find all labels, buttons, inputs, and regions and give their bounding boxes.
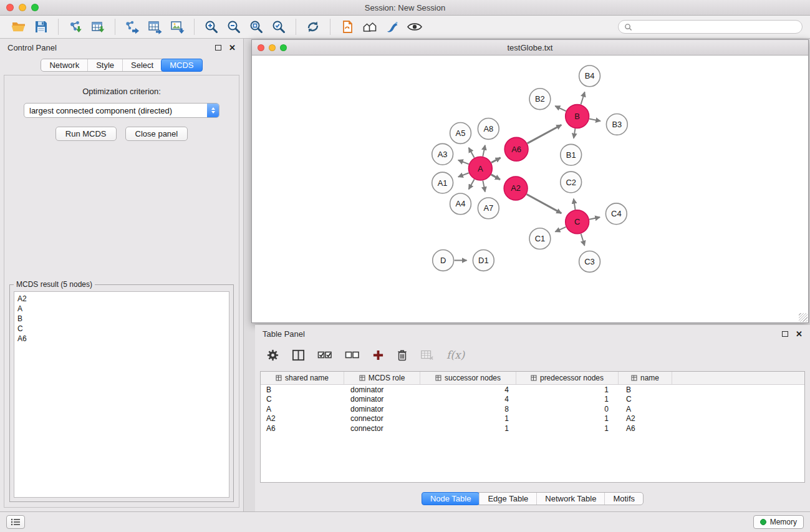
column-header-successor-nodes[interactable]: successor nodes	[420, 372, 516, 384]
graph-edge-B-B4[interactable]	[581, 92, 585, 105]
import-network-button[interactable]	[64, 17, 87, 36]
column-header-predecessor-nodes[interactable]: predecessor nodes	[516, 372, 619, 384]
apply-layout-button[interactable]	[302, 17, 324, 36]
graph-node-A8[interactable]: A8	[478, 118, 499, 140]
zoom-window-button[interactable]	[31, 4, 39, 11]
graph-node-B1[interactable]: B1	[561, 144, 582, 165]
mcds-result-item[interactable]: C	[17, 324, 226, 334]
column-header-mcds-role[interactable]: MCDS role	[344, 372, 420, 384]
graph-node-C4[interactable]: C4	[605, 203, 627, 225]
tab-select[interactable]: Select	[122, 59, 162, 71]
show-hide-button[interactable]	[403, 17, 426, 36]
graph-node-A4[interactable]: A4	[450, 193, 471, 215]
style-brush-button[interactable]	[381, 17, 403, 36]
table-row[interactable]: A6connector11A6	[261, 423, 804, 433]
graph-node-B2[interactable]: B2	[529, 89, 551, 110]
mcds-result-item[interactable]: B	[17, 314, 226, 324]
delete-table-button[interactable]	[420, 349, 434, 361]
close-panel-button[interactable]: Close panel	[125, 127, 188, 141]
mcds-result-item[interactable]: A6	[17, 334, 226, 344]
tab-network[interactable]: Network	[41, 59, 87, 71]
zoom-fit-button[interactable]	[245, 17, 268, 36]
zoom-out-button[interactable]	[223, 17, 245, 36]
table-row[interactable]: Cdominator41C	[261, 395, 804, 405]
mcds-result-item[interactable]: A2	[17, 294, 226, 304]
show-columns-button[interactable]	[292, 349, 305, 362]
export-network-button[interactable]	[121, 17, 143, 36]
criterion-dropdown[interactable]: largest connected component (directed)	[24, 103, 219, 118]
delete-column-button[interactable]	[397, 349, 408, 362]
memory-button[interactable]: Memory	[753, 515, 804, 529]
graph-edge-B-B2[interactable]	[555, 106, 566, 111]
network-zoom-button[interactable]	[280, 44, 287, 51]
close-panel-icon[interactable]: ✕	[229, 44, 236, 52]
graph-edge-A-A5[interactable]	[469, 148, 475, 158]
save-session-button[interactable]	[30, 17, 52, 36]
graph-node-B4[interactable]: B4	[579, 65, 600, 87]
graph-node-A7[interactable]: A7	[478, 198, 499, 219]
tab-edge-table[interactable]: Edge Table	[479, 493, 536, 505]
cybrowser-home-button[interactable]	[359, 17, 381, 36]
graph-node-C1[interactable]: C1	[529, 228, 551, 249]
export-web-page-button[interactable]	[336, 17, 359, 36]
graph-node-D1[interactable]: D1	[473, 250, 494, 271]
graph-edge-A-A4[interactable]	[469, 179, 475, 189]
graph-edge-A-A3[interactable]	[458, 160, 469, 164]
table-row[interactable]: Adominator80A	[261, 404, 804, 414]
graph-node-D[interactable]: D	[433, 250, 454, 271]
graph-node-A2[interactable]: A2	[504, 177, 528, 200]
graph-node-A5[interactable]: A5	[450, 123, 471, 144]
graph-edge-A2-C[interactable]	[527, 195, 562, 213]
float-panel-icon[interactable]	[215, 45, 221, 51]
column-header-name[interactable]: name	[619, 372, 672, 384]
zoom-in-button[interactable]	[200, 17, 223, 36]
graph-edge-A-A6[interactable]	[491, 158, 501, 163]
dropdown-stepper-icon[interactable]	[207, 103, 219, 118]
zoom-selected-button[interactable]	[268, 17, 290, 36]
function-builder-button[interactable]: f(x)	[446, 349, 465, 361]
tab-motifs[interactable]: Motifs	[604, 493, 643, 505]
tab-style[interactable]: Style	[87, 59, 122, 71]
task-history-button[interactable]	[6, 515, 25, 529]
graph-edge-A6-B[interactable]	[528, 125, 562, 143]
export-image-button[interactable]	[166, 17, 188, 36]
export-table-button[interactable]	[143, 17, 166, 36]
network-canvas-svg[interactable]: B4B2BB3B1A5A8A6A3AC2A1A2A4A7C4CC1C3DD1	[252, 56, 808, 322]
graph-node-C2[interactable]: C2	[561, 172, 582, 193]
column-header-shared-name[interactable]: shared name	[261, 372, 344, 384]
tab-node-table[interactable]: Node Table	[422, 492, 480, 505]
graph-node-A1[interactable]: A1	[432, 172, 453, 193]
open-session-button[interactable]	[7, 17, 30, 36]
mcds-result-item[interactable]: A	[17, 304, 226, 314]
import-table-button[interactable]	[87, 17, 109, 36]
tab-network-table[interactable]: Network Table	[536, 493, 604, 505]
run-mcds-button[interactable]: Run MCDS	[55, 127, 117, 141]
graph-edge-C-C3[interactable]	[581, 234, 585, 246]
close-window-button[interactable]	[6, 4, 14, 11]
window-resize-grip[interactable]	[799, 313, 808, 322]
select-all-columns-button[interactable]	[317, 349, 332, 360]
graph-edge-A-A8[interactable]	[483, 145, 485, 157]
table-settings-button[interactable]	[266, 349, 279, 362]
float-table-panel-icon[interactable]	[782, 331, 788, 337]
graph-edge-A-A1[interactable]	[458, 173, 469, 177]
global-search[interactable]	[618, 20, 803, 34]
search-input[interactable]	[635, 22, 796, 31]
table-row[interactable]: Bdominator41B	[261, 385, 804, 395]
close-table-panel-icon[interactable]: ✕	[796, 330, 803, 338]
network-close-button[interactable]	[258, 44, 264, 51]
table-row[interactable]: A2connector11A2	[261, 414, 804, 424]
graph-node-C3[interactable]: C3	[579, 251, 600, 273]
graph-node-B3[interactable]: B3	[606, 114, 627, 135]
minimize-window-button[interactable]	[19, 4, 26, 11]
network-minimize-button[interactable]	[269, 44, 276, 51]
tab-mcds[interactable]: MCDS	[161, 59, 202, 72]
graph-edge-C-C1[interactable]	[555, 227, 566, 232]
graph-node-A[interactable]: A	[468, 157, 492, 180]
graph-edge-B-B3[interactable]	[589, 119, 600, 122]
network-canvas[interactable]: B4B2BB3B1A5A8A6A3AC2A1A2A4A7C4CC1C3DD1	[252, 56, 808, 322]
graph-node-C[interactable]: C	[566, 210, 589, 234]
graph-edge-A-A2[interactable]	[491, 175, 500, 180]
graph-edge-B-B1[interactable]	[574, 128, 575, 138]
graph-node-B[interactable]: B	[566, 105, 589, 128]
